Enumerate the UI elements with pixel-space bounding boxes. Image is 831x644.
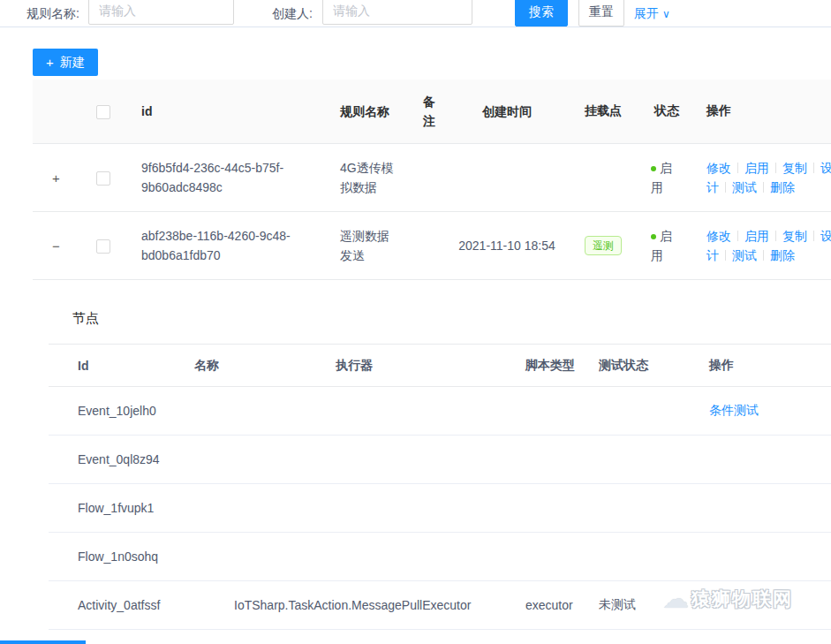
status-cell: 启用 <box>643 226 691 265</box>
new-rule-button[interactable]: + 新建 <box>33 49 98 76</box>
new-rule-label: 新建 <box>60 55 85 71</box>
created-cell: 2021-11-10 18:54 <box>450 236 563 255</box>
condition-test-link[interactable]: 条件测试 <box>709 403 759 417</box>
collapse-row-icon[interactable]: − <box>33 238 79 254</box>
mount-point-tag: 遥测 <box>585 236 622 255</box>
expand-cell: + <box>33 170 79 186</box>
plus-icon: + <box>46 56 54 69</box>
select-all-checkbox[interactable] <box>96 105 110 119</box>
toolbar: + 新建 <box>33 49 831 76</box>
node-test-status-cell: 未测试 <box>599 597 709 613</box>
expand-filters-label: 展开 <box>634 6 659 20</box>
reset-button[interactable]: 重置 <box>578 0 624 27</box>
node-column-header-script-type: 脚本类型 <box>525 358 599 374</box>
node-id-cell: Activity_0atfssf <box>71 598 194 612</box>
action-divider <box>725 250 726 261</box>
status-cell: 启用 <box>643 158 691 197</box>
node-column-header-id: Id <box>71 359 194 373</box>
checkbox-cell <box>79 170 127 185</box>
action-divider <box>737 231 738 241</box>
test-link[interactable]: 测试 <box>732 248 757 262</box>
rules-management-page: 规则名称: 创建人: 搜索 重置 展开∨ + 新建 id 规则名称 备注 创建时… <box>0 0 831 644</box>
search-button[interactable]: 搜索 <box>515 0 568 27</box>
bottom-partial-element <box>0 640 86 644</box>
creator-label: 创建人: <box>272 6 313 22</box>
rule-name-cell: 4G透传模拟数据 <box>326 158 410 197</box>
column-header-id: id <box>127 102 326 121</box>
node-row: Flow_1fvupk1 <box>49 484 831 533</box>
column-header-rule-name: 规则名称 <box>326 102 410 121</box>
column-header-created: 创建时间 <box>450 102 563 121</box>
modify-link[interactable]: 修改 <box>706 161 731 175</box>
node-script-type-cell: executor <box>525 598 599 612</box>
status-dot-icon <box>651 166 656 171</box>
test-link[interactable]: 测试 <box>732 180 757 194</box>
delete-link[interactable]: 删除 <box>770 180 795 194</box>
node-id-cell: Event_0ql8z94 <box>71 452 194 466</box>
enable-link[interactable]: 启用 <box>744 229 769 243</box>
node-id-cell: Flow_1n0sohq <box>71 549 194 564</box>
column-header-actions: 操作 <box>691 103 831 119</box>
enable-link[interactable]: 启用 <box>744 161 769 175</box>
node-column-header-name: 名称 <box>194 358 336 374</box>
rules-table: id 规则名称 备注 创建时间 挂载点 状态 操作 + 9f6b5fd4-236… <box>33 80 831 280</box>
action-divider <box>775 231 776 241</box>
filter-bar: 规则名称: 创建人: 搜索 重置 展开∨ <box>0 0 831 27</box>
row-checkbox[interactable] <box>96 239 110 254</box>
rule-id-cell: abf238be-116b-4260-9c48-bd0b6a1fdb70 <box>127 226 326 265</box>
node-column-header-executor: 执行器 <box>336 358 525 374</box>
copy-link[interactable]: 复制 <box>782 229 807 243</box>
row-checkbox[interactable] <box>96 171 110 186</box>
action-divider <box>737 163 738 173</box>
creator-input[interactable] <box>322 0 472 25</box>
checkbox-cell <box>79 238 127 253</box>
chevron-down-icon: ∨ <box>662 8 670 20</box>
status-dot-icon <box>651 234 656 239</box>
expand-cell: − <box>33 238 79 254</box>
action-divider <box>813 231 814 241</box>
action-divider <box>763 250 764 261</box>
node-row: Activity_0atfssf IoTSharp.TaskAction.Mes… <box>49 581 831 630</box>
rules-table-header: id 规则名称 备注 创建时间 挂载点 状态 操作 <box>33 80 831 144</box>
action-divider <box>763 182 764 193</box>
rule-name-cell: 遥测数据发送 <box>326 226 410 265</box>
node-executor-cell: IoTSharp.TaskAction.MessagePullExecutor <box>194 598 525 612</box>
nodes-panel-title: 节点 <box>49 280 831 345</box>
modify-link[interactable]: 修改 <box>706 229 731 243</box>
node-column-header-actions: 操作 <box>709 358 831 374</box>
column-header-remark: 备注 <box>410 92 450 131</box>
mount-point-cell: 遥测 <box>563 236 643 255</box>
nodes-panel: 节点 Id 名称 执行器 脚本类型 测试状态 操作 Event_10jelh0 … <box>49 280 831 630</box>
header-checkbox-cell <box>79 103 127 118</box>
rule-id-cell: 9f6b5fd4-236c-44c5-b75f-9b60adc8498c <box>127 158 326 197</box>
column-header-status: 状态 <box>643 103 691 119</box>
column-header-mount-point: 挂载点 <box>563 103 643 119</box>
node-column-header-test-status: 测试状态 <box>599 358 709 374</box>
node-row: Event_0ql8z94 <box>49 436 831 484</box>
row-actions: 修改启用复制设计测试删除 <box>691 226 831 265</box>
rule-name-label: 规则名称: <box>26 6 79 22</box>
table-row: − abf238be-116b-4260-9c48-bd0b6a1fdb70 遥… <box>33 212 831 280</box>
expand-filters-toggle[interactable]: 展开∨ <box>634 6 670 22</box>
copy-link[interactable]: 复制 <box>782 161 807 175</box>
node-row: Flow_1n0sohq <box>49 533 831 581</box>
node-row: Event_10jelh0 条件测试 <box>49 387 831 436</box>
action-divider <box>813 163 814 173</box>
rule-name-input[interactable] <box>88 0 234 25</box>
node-id-cell: Flow_1fvupk1 <box>71 501 194 515</box>
row-actions: 修改启用复制设计测试删除 <box>691 158 831 197</box>
action-divider <box>775 163 776 173</box>
expand-row-icon[interactable]: + <box>33 170 79 186</box>
node-id-cell: Event_10jelh0 <box>71 404 194 418</box>
delete-link[interactable]: 删除 <box>770 248 795 262</box>
action-divider <box>725 182 726 193</box>
nodes-table-header: Id 名称 执行器 脚本类型 测试状态 操作 <box>49 345 831 387</box>
table-row: + 9f6b5fd4-236c-44c5-b75f-9b60adc8498c 4… <box>33 144 831 212</box>
node-actions-cell: 条件测试 <box>709 403 831 419</box>
